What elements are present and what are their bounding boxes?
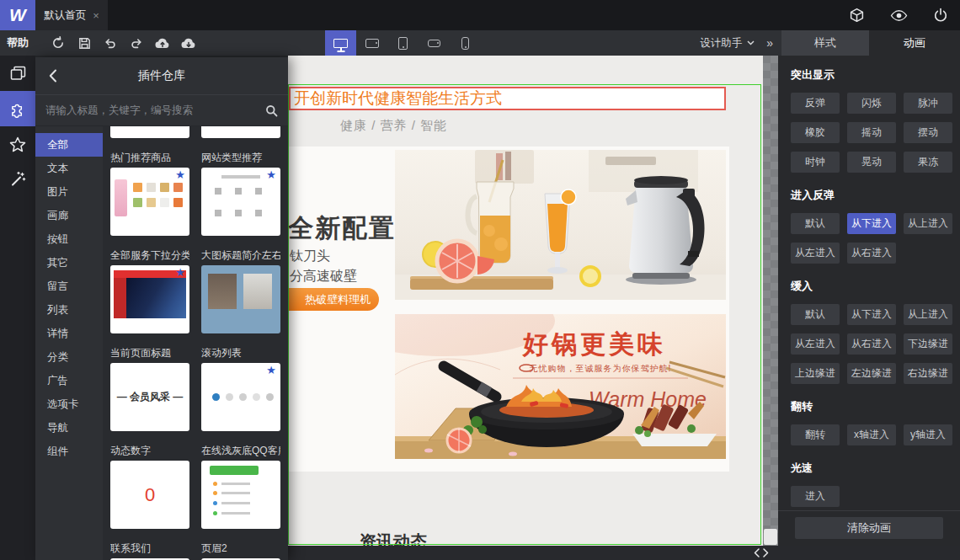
category-category[interactable]: 分类 [35, 345, 103, 369]
product-feature-2[interactable]: 分高速破壁 [290, 268, 357, 285]
product-headline[interactable]: 全新配置 [288, 211, 396, 246]
plugin-grid-scroll[interactable]: 热门推荐商品★网站类型推荐★全部服务下拉分类带...★大图标题简介左右切...当… [103, 126, 288, 560]
cloud-download-icon[interactable] [181, 35, 196, 51]
anim-highlight-option-1[interactable]: 闪烁 [847, 93, 896, 114]
tab-close-icon[interactable]: × [93, 9, 99, 22]
code-icon[interactable] [750, 547, 772, 559]
canvas-scrollbar[interactable] [763, 56, 778, 546]
design-assistant-dropdown[interactable]: 设计助手 [700, 30, 755, 56]
anim-flip-option-1[interactable]: x轴进入 [847, 424, 896, 445]
anim-ease-in-option-4[interactable]: 从右进入 [847, 333, 896, 355]
plugin-card-big-image-switch[interactable]: 大图标题简介左右切... [201, 236, 280, 333]
plugin-card-dynamic-number[interactable]: 动态数字0 [110, 431, 189, 529]
sidebar-item-plugins[interactable] [0, 91, 35, 126]
category-detail[interactable]: 详情 [35, 322, 103, 345]
anim-highlight-option-2[interactable]: 脉冲 [904, 93, 952, 114]
sidebar-item-favorites[interactable] [0, 126, 35, 162]
plugin-thumbnail[interactable]: 0 [110, 461, 189, 529]
back-button[interactable] [49, 57, 57, 94]
clear-animation-button[interactable]: 清除动画 [795, 517, 943, 539]
anim-ease-in-option-5[interactable]: 下边缘进 [904, 333, 952, 355]
anim-highlight-option-7[interactable]: 晃动 [847, 152, 896, 173]
favorite-star-icon[interactable]: ★ [266, 365, 276, 376]
sidebar-item-tools[interactable] [0, 162, 35, 197]
anim-highlight-option-4[interactable]: 摇动 [847, 122, 896, 143]
category-other[interactable]: 其它 [35, 251, 103, 275]
save-icon[interactable] [77, 35, 92, 51]
selected-title-element[interactable]: 开创新时代健康智能生活方式 [289, 87, 726, 110]
refresh-icon[interactable] [51, 35, 66, 51]
anim-ease-in-option-6[interactable]: 上边缘进 [791, 363, 840, 384]
anim-highlight-option-6[interactable]: 时钟 [791, 152, 840, 173]
plugin-card-partial[interactable] [201, 126, 280, 138]
device-phone-landscape[interactable] [419, 30, 450, 56]
plugin-thumbnail-partial[interactable] [110, 126, 189, 138]
undo-icon[interactable] [103, 35, 118, 51]
editor-canvas[interactable]: 开创新时代健康智能生活方式 健康 / 营养 / 智能 全新配置 钛刀头 分高速破… [288, 56, 763, 546]
device-desktop[interactable] [325, 30, 356, 56]
anim-bounce-in-option-2[interactable]: 从上进入 [904, 213, 952, 234]
search-icon[interactable] [256, 104, 278, 117]
device-tablet-landscape[interactable] [356, 30, 387, 56]
anim-ease-in-option-0[interactable]: 默认 [791, 304, 840, 325]
news-section-title[interactable]: 资讯动态 [360, 531, 427, 546]
anim-ease-in-option-7[interactable]: 左边缘进 [847, 363, 896, 384]
plugin-card-hot-products[interactable]: 热门推荐商品★ [110, 138, 189, 236]
anim-highlight-option-5[interactable]: 摆动 [904, 122, 952, 143]
category-image[interactable]: 图片 [35, 180, 103, 204]
kettle-product-image[interactable] [395, 150, 726, 300]
plugin-card-services-dropdown[interactable]: 全部服务下拉分类带...★ [110, 236, 189, 333]
sidebar-item-pages[interactable] [0, 56, 35, 91]
page-subtitle[interactable]: 健康 / 营养 / 智能 [340, 118, 447, 134]
tab-animation[interactable]: 动画 [869, 30, 960, 56]
anim-ease-in-option-8[interactable]: 右边缘进 [904, 363, 952, 384]
plugin-card-contact-us[interactable]: 联系我们 [110, 529, 189, 560]
plugin-thumbnail[interactable]: — 会员风采 — [110, 363, 189, 431]
anim-bounce-in-option-3[interactable]: 从左进入 [791, 243, 840, 264]
cube-icon[interactable] [849, 8, 865, 24]
category-all[interactable]: 全部 [35, 133, 103, 157]
help-menu[interactable]: 帮助 [0, 35, 35, 51]
anim-bounce-in-option-0[interactable]: 默认 [791, 213, 840, 234]
favorite-star-icon[interactable]: ★ [266, 169, 276, 180]
anim-bounce-in-option-4[interactable]: 从右进入 [847, 243, 896, 264]
plugin-card-header2[interactable]: 页眉2 [201, 529, 280, 560]
category-component[interactable]: 组件 [35, 440, 103, 463]
anim-flip-option-0[interactable]: 翻转 [791, 424, 840, 445]
plugin-thumbnail[interactable] [201, 461, 280, 529]
anim-ease-in-option-1[interactable]: 从下进入 [847, 304, 896, 325]
plugin-card-qq-service[interactable]: 在线浅灰底QQ客服 [201, 431, 280, 529]
category-ad[interactable]: 广告 [35, 369, 103, 392]
anim-light-speed-option-0[interactable]: 进入 [791, 486, 840, 507]
cloud-upload-icon[interactable] [155, 35, 170, 51]
tab-style[interactable]: 样式 [781, 30, 869, 56]
category-button[interactable]: 按钮 [35, 227, 103, 251]
plugin-thumbnail[interactable]: ★ [110, 168, 189, 236]
anim-bounce-in-option-1[interactable]: 从下进入 [847, 213, 896, 234]
plugin-thumbnail[interactable] [201, 265, 280, 333]
category-nav[interactable]: 导航 [35, 416, 103, 440]
product-cta-button[interactable]: 热破壁料理机 [288, 288, 379, 311]
favorite-star-icon[interactable]: ★ [175, 267, 185, 278]
wok-banner-image[interactable]: 好锅更美味 无忧购物，至诚服务为你保驾护航! Warm Home [395, 314, 726, 459]
plugin-thumbnail[interactable]: ★ [201, 168, 280, 236]
category-tabs[interactable]: 选项卡 [35, 392, 103, 416]
plugin-thumbnail[interactable]: ★ [201, 363, 280, 431]
redo-icon[interactable] [129, 35, 144, 51]
category-message[interactable]: 留言 [35, 275, 103, 298]
anim-flip-option-2[interactable]: y轴进入 [904, 424, 952, 445]
plugin-thumbnail-partial[interactable] [201, 126, 280, 138]
device-phone-portrait[interactable] [450, 30, 481, 56]
anim-highlight-option-3[interactable]: 橡胶 [791, 122, 840, 143]
page-tab[interactable]: 默认首页 × [35, 0, 108, 30]
plugin-card-site-types[interactable]: 网站类型推荐★ [201, 138, 280, 236]
category-text[interactable]: 文本 [35, 157, 103, 180]
canvas-scrollbar-thumb[interactable] [764, 529, 777, 545]
anim-highlight-option-0[interactable]: 反弹 [791, 93, 840, 114]
plugin-card-partial[interactable] [110, 126, 189, 138]
anim-ease-in-option-3[interactable]: 从左进入 [791, 333, 840, 355]
more-panels-button[interactable]: » [766, 30, 773, 56]
category-gallery[interactable]: 画廊 [35, 204, 103, 227]
anim-highlight-option-8[interactable]: 果冻 [904, 152, 952, 173]
category-list[interactable]: 列表 [35, 298, 103, 322]
